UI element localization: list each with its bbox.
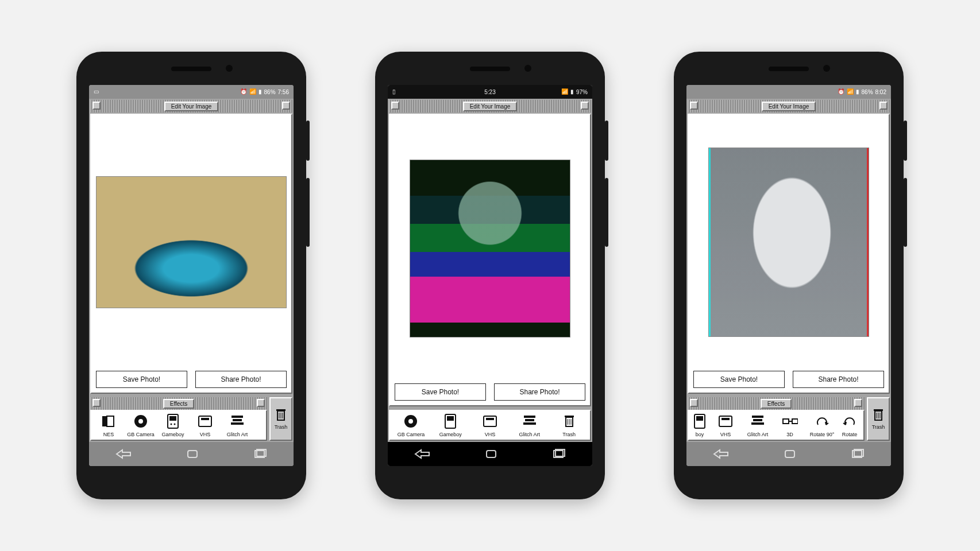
edit-title: Edit Your Image: [164, 102, 219, 111]
effect-vhs[interactable]: VHS: [709, 413, 742, 437]
svg-rect-27: [524, 416, 535, 418]
effect-nes[interactable]: NES: [92, 413, 125, 437]
effect-3d[interactable]: 3D: [774, 413, 806, 437]
effects-strip[interactable]: boy VHS Glitch Art 3D: [688, 410, 865, 441]
glasses-icon: [782, 413, 798, 429]
svg-rect-28: [525, 419, 534, 421]
wifi-icon: 📶: [561, 89, 568, 95]
gameboy-icon: [165, 413, 181, 429]
preview-image: [410, 160, 570, 337]
titlebar-max-icon[interactable]: [879, 102, 888, 110]
effect-gbcamera[interactable]: GB Camera: [125, 413, 157, 437]
svg-point-22: [408, 419, 413, 424]
titlebar-close-icon[interactable]: [690, 102, 698, 110]
save-button[interactable]: Save Photo!: [693, 371, 785, 388]
recent-icon[interactable]: [552, 449, 566, 459]
effect-vhs[interactable]: VHS: [189, 413, 221, 437]
image-canvas[interactable]: [395, 119, 585, 378]
image-canvas[interactable]: [693, 119, 884, 365]
titlebar-close-icon[interactable]: [690, 399, 698, 407]
edit-titlebar: Edit Your Image: [389, 100, 591, 112]
trash-button[interactable]: Trash: [269, 397, 292, 441]
recent-icon[interactable]: [851, 449, 865, 459]
home-icon[interactable]: [782, 449, 798, 459]
effects-strip[interactable]: NES GB Camera Gameboy VHS: [90, 410, 267, 441]
effect-label: Glitch Art: [747, 432, 769, 437]
phone-mockup-1: ▭ ⏰ 📶 ▮ 86% 7:56 Edit Your Image Save Ph…: [76, 52, 306, 499]
svg-rect-1: [107, 416, 114, 426]
svg-rect-43: [753, 419, 762, 421]
statusbar-center: 5:23: [484, 89, 495, 95]
back-icon[interactable]: [414, 449, 430, 459]
titlebar-max-icon[interactable]: [854, 399, 862, 407]
alarm-icon: ⏰: [838, 89, 844, 95]
home-icon[interactable]: [184, 449, 200, 459]
save-button[interactable]: Save Photo!: [395, 383, 486, 401]
android-statusbar: ⏰ 📶 ▮ 86% 8:02: [686, 85, 891, 99]
titlebar-max-icon[interactable]: [257, 399, 265, 407]
effect-glitchart[interactable]: Glitch Art: [742, 413, 774, 437]
svg-rect-29: [523, 422, 536, 425]
effect-label: Trash: [562, 432, 576, 437]
preview-image: [96, 176, 287, 308]
titlebar-max-icon[interactable]: [282, 102, 290, 110]
edit-titlebar: Edit Your Image: [90, 100, 292, 112]
effect-glitchart[interactable]: Glitch Art: [514, 413, 546, 437]
home-icon[interactable]: [483, 449, 499, 459]
android-navbar: [388, 442, 592, 466]
image-canvas[interactable]: [96, 119, 287, 365]
titlebar-close-icon[interactable]: [92, 102, 101, 110]
effect-gameboy-partial[interactable]: boy: [690, 413, 709, 437]
sdcard-icon: ▭: [94, 89, 99, 95]
edit-panel: Save Photo! Share Photo!: [90, 114, 292, 394]
share-button[interactable]: Share Photo!: [793, 371, 884, 388]
titlebar-close-icon[interactable]: [391, 102, 399, 110]
android-navbar: [89, 442, 294, 466]
svg-rect-10: [232, 416, 243, 418]
trash-icon: [561, 413, 577, 429]
screen: ⏰ 📶 ▮ 86% 8:02 Edit Your Image Save Phot…: [686, 85, 891, 466]
effect-label: boy: [696, 432, 704, 437]
effect-rotate90[interactable]: Rotate 90°: [806, 413, 838, 437]
edit-title: Edit Your Image: [463, 102, 518, 111]
titlebar-close-icon[interactable]: [92, 399, 101, 407]
disc-icon: [133, 413, 149, 429]
edit-titlebar: Edit Your Image: [688, 100, 890, 112]
back-icon[interactable]: [115, 449, 132, 459]
svg-point-7: [174, 424, 176, 425]
phone-mockup-2: ▯ 5:23 📶 ▮ 97% Edit Your Image Save Phot…: [375, 52, 605, 499]
trash-icon: [276, 408, 286, 422]
trash-button[interactable]: Trash: [867, 397, 890, 441]
clock-text: 7:56: [278, 89, 289, 95]
gameboy-icon: [442, 413, 458, 429]
battery-text: 86%: [264, 89, 276, 95]
glitch-icon: [229, 413, 245, 429]
share-button[interactable]: Share Photo!: [195, 371, 287, 388]
titlebar-max-icon[interactable]: [581, 102, 589, 110]
effect-vhs[interactable]: VHS: [474, 413, 506, 437]
save-button[interactable]: Save Photo!: [96, 371, 187, 388]
effect-gbcamera[interactable]: GB Camera: [395, 413, 427, 437]
vhs-icon: [717, 413, 734, 429]
effect-label: 3D: [786, 432, 793, 437]
sdcard-icon: ▯: [392, 89, 396, 95]
svg-rect-9: [201, 418, 209, 420]
effects-titlebar: Effects: [90, 397, 267, 410]
effects-titlebar: Effects: [688, 397, 865, 410]
svg-rect-12: [231, 422, 244, 425]
effect-gameboy[interactable]: Gameboy: [157, 413, 189, 437]
svg-rect-39: [696, 416, 703, 421]
effects-strip[interactable]: GB Camera Gameboy VHS Glitch Art: [389, 410, 591, 441]
effect-gameboy[interactable]: Gameboy: [434, 413, 466, 437]
preview-image: [708, 148, 869, 337]
edit-title: Edit Your Image: [762, 102, 816, 111]
back-icon[interactable]: [713, 449, 729, 459]
effect-trash-inline[interactable]: Trash: [553, 413, 585, 437]
trash-label: Trash: [872, 424, 885, 430]
effect-glitchart[interactable]: Glitch Art: [221, 413, 253, 437]
svg-rect-5: [169, 416, 176, 421]
svg-rect-18: [188, 451, 197, 457]
effect-rotate-partial[interactable]: Rotate: [838, 413, 861, 437]
recent-icon[interactable]: [253, 449, 267, 459]
share-button[interactable]: Share Photo!: [494, 383, 585, 401]
